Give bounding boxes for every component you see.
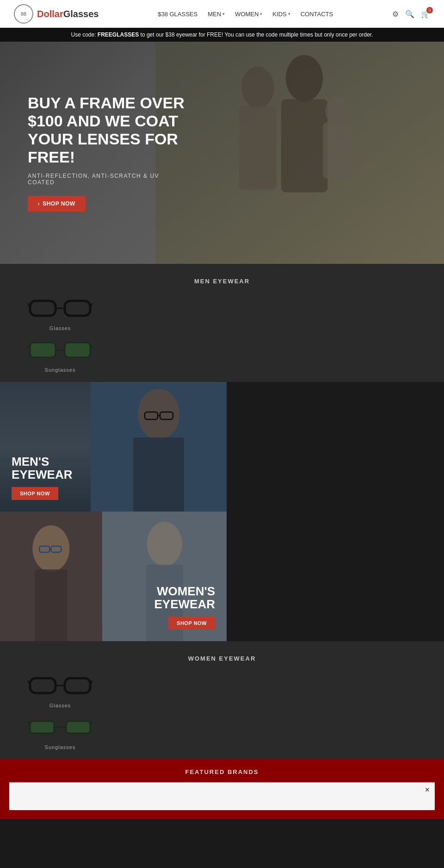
women-glasses-clear-image: [28, 671, 92, 699]
main-nav: $38 GLASSES MEN ▾ WOMEN ▾ KIDS ▾ CONTACT…: [158, 11, 333, 18]
men-glasses-label: Glasses: [49, 325, 71, 331]
hero-title: BUY A FRAME OVER $100 AND WE COAT YOUR L…: [28, 94, 185, 166]
svg-rect-12: [30, 343, 56, 357]
promo-code: FREEGLASSES: [98, 31, 139, 38]
cart-badge: 0: [426, 7, 433, 13]
nav-women-arrow: ▾: [260, 12, 262, 16]
women-glasses-item[interactable]: Glasses: [28, 671, 92, 708]
logo-text: DollarGlasses: [37, 9, 99, 19]
women-banner: WOMEN'S EYEWEAR SHOP NOW: [0, 512, 227, 641]
user-icon[interactable]: ⚙: [392, 10, 399, 19]
men-eyewear-section: MEN EYEWEAR Glasses: [0, 264, 444, 382]
women-sunglasses-label: Sunglasses: [45, 744, 76, 750]
nav-kids-arrow: ▾: [288, 12, 290, 16]
arrow-icon: ›: [38, 201, 40, 206]
men-banner-content: MEN'S EYEWEAR SHOP NOW: [12, 455, 72, 500]
promo-banner: Use code: FREEGLASSES to get our $38 eye…: [0, 28, 444, 42]
hero-content: BUY A FRAME OVER $100 AND WE COAT YOUR L…: [0, 94, 213, 212]
men-sunglasses-item[interactable]: Sunglasses: [28, 336, 92, 373]
sunglasses-dark-image: [28, 336, 92, 363]
men-eyewear-items: Glasses Sunglasses: [28, 294, 416, 373]
men-eyewear-title: MEN EYEWEAR: [28, 278, 416, 285]
header-icons: ⚙ 🔍 🛒 0: [392, 10, 430, 19]
nav-men[interactable]: MEN ▾: [208, 11, 225, 18]
women-eyewear-items: Glasses Sunglasses: [28, 671, 416, 750]
women-sunglasses-dark-image: [28, 713, 92, 741]
svg-rect-8: [65, 301, 90, 316]
men-banner-title: MEN'S EYEWEAR: [12, 455, 72, 481]
nav-men-arrow: ▾: [222, 12, 225, 16]
cart-icon[interactable]: 🛒 0: [421, 10, 430, 19]
women-eyewear-section: WOMEN EYEWEAR Glasses: [0, 641, 444, 759]
nav-women[interactable]: WOMEN ▾: [235, 11, 262, 18]
men-banner-cta[interactable]: SHOP NOW: [12, 487, 58, 500]
women-banner-content: WOMEN'S EYEWEAR SHOP NOW: [154, 585, 215, 630]
svg-rect-37: [30, 721, 54, 733]
modal-close-button[interactable]: ✕: [425, 786, 430, 793]
svg-rect-13: [65, 343, 90, 357]
svg-rect-32: [30, 678, 56, 693]
svg-line-41: [90, 721, 92, 725]
glasses-clear-image: [28, 294, 92, 322]
site-header: 88 DollarGlasses $38 GLASSES MEN ▾ WOMEN…: [0, 0, 444, 28]
svg-line-40: [28, 721, 30, 725]
women-banner-cta[interactable]: SHOP NOW: [168, 617, 215, 630]
nav-contacts[interactable]: CONTACTS: [301, 11, 333, 18]
logo[interactable]: 88 DollarGlasses: [14, 4, 99, 24]
women-eyewear-title: WOMEN EYEWEAR: [28, 655, 416, 662]
logo-icon: 88: [14, 4, 33, 24]
svg-rect-33: [65, 678, 90, 693]
nav-38glasses[interactable]: $38 GLASSES: [158, 11, 197, 18]
nav-kids[interactable]: KIDS ▾: [272, 11, 290, 18]
hero-subtitle: ANTI-REFLECTION, ANTI-SCRATCH & UV COATE…: [28, 173, 185, 186]
women-glasses-label: Glasses: [49, 703, 71, 708]
brands-modal: ✕: [9, 782, 435, 810]
men-banner: MEN'S EYEWEAR SHOP NOW: [0, 382, 227, 512]
featured-brands-section: FEATURED BRANDS ✕: [0, 759, 444, 819]
featured-brands-title: FEATURED BRANDS: [9, 768, 435, 775]
women-banner-title: WOMEN'S EYEWEAR: [154, 585, 215, 611]
hero-cta-button[interactable]: › SHOP NOW: [28, 196, 86, 212]
women-sunglasses-item[interactable]: Sunglasses: [28, 713, 92, 750]
search-icon[interactable]: 🔍: [405, 10, 414, 19]
hero-section: BUY A FRAME OVER $100 AND WE COAT YOUR L…: [0, 42, 444, 264]
svg-rect-38: [66, 721, 90, 733]
men-glasses-item[interactable]: Glasses: [28, 294, 92, 331]
svg-rect-7: [30, 301, 56, 316]
men-sunglasses-label: Sunglasses: [45, 367, 76, 373]
banner-grid: MEN'S EYEWEAR SHOP NOW: [0, 382, 227, 641]
